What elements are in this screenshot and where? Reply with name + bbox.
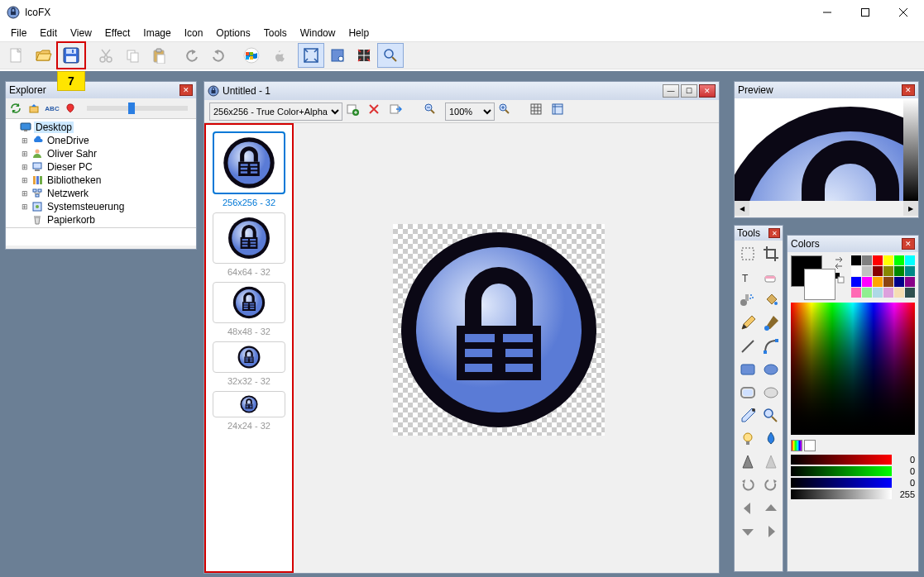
rotate-right-icon[interactable] [759,474,782,496]
tree-item[interactable]: Papierkorb [6,213,196,227]
menu-view[interactable]: View [65,26,98,41]
menu-tools[interactable]: Tools [258,26,293,41]
palette-icon[interactable] [791,440,802,451]
open-icon[interactable] [30,43,56,68]
thumbnail[interactable] [213,391,285,417]
maximize-button[interactable] [846,0,884,25]
magnify-icon[interactable] [759,404,782,427]
zoom-out-icon[interactable] [424,103,442,121]
thumbnail[interactable] [213,341,285,373]
thumbnail[interactable] [213,282,285,323]
move-down-icon[interactable] [736,520,759,542]
tree-item[interactable]: ⊞Dieser PC [6,160,196,174]
move-left-icon[interactable] [736,497,759,519]
format-select[interactable]: 256x256 - True Color+Alpha [209,103,342,121]
color-swatch[interactable] [851,266,861,276]
redo-icon[interactable] [205,43,232,68]
save-icon[interactable] [58,43,84,68]
blur-icon[interactable] [759,451,782,473]
menu-edit[interactable]: Edit [34,26,63,41]
zoom-in-icon[interactable] [498,103,516,121]
tree-item[interactable]: ⊞Oliver Sahr [6,147,196,160]
background-swatch[interactable] [804,269,835,300]
sharpen-icon[interactable] [736,451,759,473]
tree-item[interactable]: ⊞Systemsteuerung [6,200,196,213]
gradient-ellipse-icon[interactable] [759,381,782,403]
lightbulb-icon[interactable] [736,427,759,450]
menu-window[interactable]: Window [294,26,342,41]
menu-image[interactable]: Image [137,26,176,41]
move-right-icon[interactable] [759,520,782,542]
pencil-icon[interactable] [736,312,759,334]
color-swatch[interactable] [883,277,893,287]
apple-icon[interactable] [265,43,291,68]
rect-icon[interactable] [736,358,759,380]
refresh-icon[interactable] [7,100,24,117]
eyedropper-icon[interactable] [736,404,759,427]
palette-icon-2[interactable] [804,440,816,451]
tree-item[interactable]: ⊞OneDrive [6,134,196,147]
abc-icon[interactable]: ABC [44,100,60,117]
color-swatch[interactable] [873,266,883,276]
color-swatch[interactable] [894,288,904,298]
a-slider[interactable] [791,489,892,499]
tools-close-icon[interactable]: ✕ [768,228,780,238]
up-folder-icon[interactable] [26,100,42,117]
rounded-rect-icon[interactable] [736,381,759,403]
tree-item[interactable]: ⊞Netzwerk [6,187,196,200]
doc-close-icon[interactable]: ✕ [699,84,716,98]
rotate-left-icon[interactable] [736,474,759,496]
color-picker[interactable] [791,303,915,435]
toggle-ruler-icon[interactable] [551,103,569,121]
color-swatch[interactable] [883,266,893,276]
undo-icon[interactable] [179,43,205,68]
windows-icon[interactable] [238,43,265,68]
color-swatch[interactable] [851,277,861,287]
grid-icon[interactable] [351,43,377,68]
explorer-close-icon[interactable]: ✕ [180,84,193,96]
tree-item[interactable]: Desktop [6,121,196,134]
color-swatch[interactable] [873,288,883,298]
color-swatch[interactable] [883,288,893,298]
doc-minimize-icon[interactable]: — [663,84,679,98]
color-swatch[interactable] [851,288,861,298]
color-swatch[interactable] [905,255,915,265]
menu-icon[interactable]: Icon [179,26,209,41]
g-slider[interactable] [791,466,892,476]
new-icon[interactable] [3,43,30,68]
color-swatch[interactable] [883,255,893,265]
curve-icon[interactable] [759,335,782,357]
explorer-zoom-slider[interactable] [87,106,188,111]
text-icon[interactable]: T [736,265,759,288]
swatch-grid[interactable] [851,255,915,298]
copy-icon[interactable] [119,43,146,68]
add-format-icon[interactable] [346,103,364,121]
color-swatch[interactable] [894,277,904,287]
menu-effect[interactable]: Effect [99,26,136,41]
r-slider[interactable] [791,455,892,465]
thumbnail[interactable] [213,131,285,194]
color-swatch[interactable] [873,277,883,287]
paste-icon[interactable] [146,43,172,68]
color-swatch[interactable] [862,266,872,276]
spray-icon[interactable] [736,288,759,311]
format-thumbnails[interactable]: 256x256 - 3264x64 - 3248x48 - 3232x32 - … [204,123,294,573]
export-format-icon[interactable] [389,103,407,121]
menu-file[interactable]: File [5,26,32,41]
color-swatch[interactable] [905,266,915,276]
ellipse-icon[interactable] [759,358,782,380]
drop-icon[interactable] [759,427,782,450]
color-swatch[interactable] [905,288,915,298]
preview-scroll-h[interactable]: ◀▶ [735,201,918,216]
select-rect-icon[interactable] [736,242,759,265]
crop-icon[interactable] [759,242,782,265]
close-button[interactable] [884,0,922,25]
move-up-icon[interactable] [759,497,782,519]
swap-colors-icon[interactable] [833,257,845,269]
canvas-area[interactable] [294,123,719,573]
explorer-tree[interactable]: Desktop⊞OneDrive⊞Oliver Sahr⊞Dieser PC⊞B… [6,118,196,227]
brush-icon[interactable] [759,312,782,334]
color-swatch[interactable] [873,255,883,265]
delete-format-icon[interactable] [367,103,385,121]
actual-size-icon[interactable] [324,43,351,68]
